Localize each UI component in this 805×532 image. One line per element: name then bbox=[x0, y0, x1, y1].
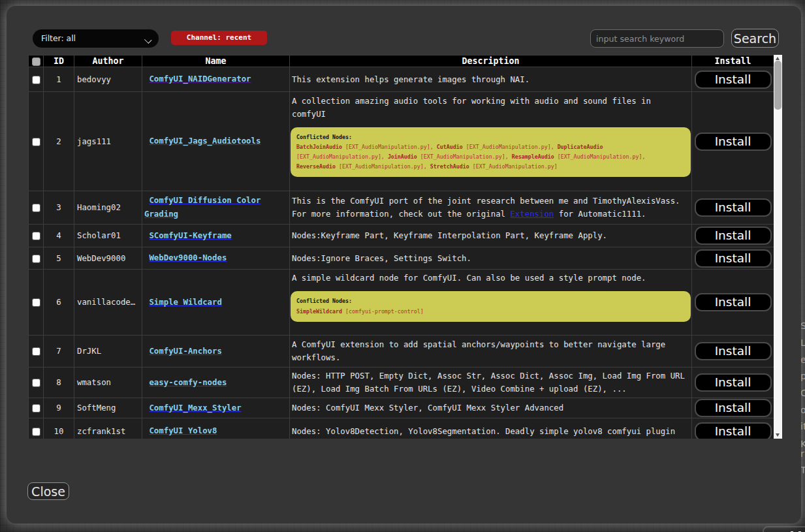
install-button[interactable]: Install bbox=[695, 198, 772, 217]
node-name-link[interactable]: Simple Wildcard bbox=[149, 298, 221, 307]
row-checkbox[interactable] bbox=[32, 347, 40, 356]
cell-name: ComfyUI_Jags_Audiotools bbox=[142, 92, 290, 191]
select-all-header[interactable] bbox=[29, 55, 44, 67]
node-name-link[interactable]: ComfyUI Yolov8 bbox=[149, 426, 217, 435]
node-name-link[interactable]: ComfyUI-Anchors bbox=[149, 347, 221, 356]
description-text: A ComfyUI extension to add spatial ancho… bbox=[292, 338, 687, 364]
install-button[interactable]: Install bbox=[695, 249, 772, 268]
description-text: Nodes:Ignore Braces, Settings Switch. bbox=[292, 252, 687, 265]
row-checkbox-cell bbox=[29, 336, 44, 368]
node-name-link[interactable]: WebDev9000-Nodes bbox=[149, 253, 227, 262]
row-checkbox[interactable] bbox=[32, 204, 40, 212]
node-name-link[interactable]: ComfyUI Diffusion Color Grading bbox=[144, 196, 260, 219]
conflict-node-name: JoinAudio bbox=[388, 153, 417, 160]
install-button[interactable]: Install bbox=[695, 227, 772, 245]
cell-id: 7 bbox=[44, 336, 74, 368]
row-checkbox[interactable] bbox=[32, 255, 40, 263]
cell-install: Install bbox=[692, 368, 774, 398]
install-button[interactable]: Install bbox=[695, 293, 772, 311]
cell-author: vanillacode… bbox=[74, 270, 142, 336]
cell-id: 4 bbox=[44, 225, 74, 247]
cell-name: SComfyUI-Keyframe bbox=[142, 225, 290, 247]
description-text: Nodes: ComfyUI Mexx Styler, ComfyUI Mexx… bbox=[292, 401, 687, 415]
channel-badge: Channel: recent bbox=[171, 31, 267, 45]
node-row-10: 10zcfrank1st ComfyUI Yolov8Nodes: Yolov8… bbox=[29, 418, 774, 439]
cell-name: ComfyUI Yolov8 bbox=[142, 418, 290, 439]
node-name-link[interactable]: ComfyUI_Jags_Audiotools bbox=[149, 136, 260, 146]
header-description: Description bbox=[290, 55, 692, 67]
cell-author: jags111 bbox=[74, 92, 142, 191]
cell-description: This is the ComfyUI port of the joint re… bbox=[290, 191, 692, 225]
row-checkbox[interactable] bbox=[32, 138, 40, 146]
row-checkbox[interactable] bbox=[32, 76, 40, 84]
search-input[interactable] bbox=[590, 29, 724, 48]
row-checkbox-cell bbox=[29, 270, 44, 336]
close-button[interactable]: Close bbox=[27, 482, 69, 500]
cell-description: This extension helps generate images thr… bbox=[290, 67, 692, 92]
header-author: Author bbox=[74, 55, 142, 67]
table-scrollbar[interactable] bbox=[774, 55, 782, 439]
install-button[interactable]: Install bbox=[695, 422, 772, 439]
header-name: Name bbox=[142, 55, 290, 67]
cell-install: Install bbox=[692, 67, 774, 92]
row-checkbox-cell bbox=[29, 247, 44, 270]
background-partial-button bbox=[763, 526, 805, 532]
scrollbar-down-button[interactable] bbox=[774, 431, 782, 439]
conflict-node-name: SimpleWildcard bbox=[296, 308, 342, 315]
cell-id: 9 bbox=[44, 398, 74, 418]
scrollbar-thumb[interactable] bbox=[774, 61, 781, 110]
custom-nodes-table: ID Author Name Description Install 1bedo… bbox=[28, 55, 774, 439]
node-row-4: 4Scholar01 SComfyUI-KeyframeNodes:Keyfra… bbox=[29, 225, 774, 247]
cell-description: Nodes: Yolov8Detection, Yolov8Segmentati… bbox=[290, 418, 692, 439]
description-text: This extension helps generate images thr… bbox=[292, 73, 687, 86]
install-button[interactable]: Install bbox=[695, 399, 772, 417]
manager-install-dialog: Filter: all Channel: recent Search ID Au… bbox=[7, 6, 801, 524]
search-button[interactable]: Search bbox=[731, 29, 779, 48]
header-id: ID bbox=[44, 55, 74, 67]
node-name-link[interactable]: SComfyUI-Keyframe bbox=[149, 231, 231, 240]
filter-select[interactable]: Filter: all bbox=[33, 29, 159, 48]
node-row-8: 8wmatson easy-comfy-nodesNodes: HTTP POS… bbox=[29, 368, 774, 398]
background-text-fragment: o bbox=[800, 405, 805, 415]
row-checkbox[interactable] bbox=[32, 232, 40, 240]
row-checkbox-cell bbox=[29, 191, 44, 225]
node-name-link[interactable]: ComfyUI_Mexx_Styler bbox=[149, 403, 241, 413]
conflict-node-name: ResampleAudio bbox=[512, 153, 554, 160]
install-button[interactable]: Install bbox=[695, 342, 772, 360]
node-name-link[interactable]: ComfyUI_NAIDGenerator bbox=[149, 74, 251, 84]
conflicted-nodes-box: Conflicted Nodes:SimpleWildcard [comfyui… bbox=[291, 291, 691, 321]
select-all-checkbox[interactable] bbox=[32, 57, 40, 66]
row-checkbox[interactable] bbox=[32, 428, 40, 436]
install-button[interactable]: Install bbox=[695, 133, 772, 151]
cell-author: wmatson bbox=[74, 368, 142, 398]
scroll-down-icon bbox=[776, 433, 780, 437]
conflicted-nodes-title: Conflicted Nodes: bbox=[296, 296, 685, 306]
row-checkbox[interactable] bbox=[32, 404, 40, 413]
cell-id: 3 bbox=[44, 191, 74, 225]
install-button[interactable]: Install bbox=[695, 373, 772, 392]
install-button[interactable]: Install bbox=[695, 70, 772, 89]
background-text-fragment: C bbox=[800, 388, 805, 398]
row-checkbox-cell bbox=[29, 398, 44, 418]
node-row-9: 9SoftMeng ComfyUI_Mexx_StylerNodes: Comf… bbox=[29, 398, 774, 418]
cell-name: ComfyUI_Mexx_Styler bbox=[142, 398, 290, 418]
cell-author: DrJKL bbox=[74, 336, 142, 368]
header-install: Install bbox=[692, 55, 774, 67]
conflict-node-name: BatchJoinAudio bbox=[296, 144, 342, 150]
node-row-5: 5WebDev9000 WebDev9000-NodesNodes:Ignore… bbox=[29, 247, 774, 270]
row-checkbox-cell bbox=[29, 225, 44, 247]
row-checkbox[interactable] bbox=[32, 379, 40, 387]
description-text: Nodes: Yolov8Detection, Yolov8Segmentati… bbox=[292, 425, 687, 438]
background-text-fragment: p bbox=[800, 371, 805, 381]
cell-author: WebDev9000 bbox=[74, 247, 142, 270]
cell-id: 6 bbox=[44, 270, 74, 336]
row-checkbox-cell bbox=[29, 368, 44, 398]
cell-install: Install bbox=[692, 418, 774, 439]
cell-description: A collection amazing audio tools for wor… bbox=[290, 92, 692, 191]
cell-id: 2 bbox=[44, 92, 74, 191]
row-checkbox[interactable] bbox=[32, 298, 40, 307]
cell-name: WebDev9000-Nodes bbox=[142, 247, 290, 270]
node-name-link[interactable]: easy-comfy-nodes bbox=[149, 378, 227, 387]
description-link[interactable]: Extension bbox=[510, 210, 554, 219]
node-row-6: 6vanillacode… Simple WildcardA simple wi… bbox=[29, 270, 774, 336]
